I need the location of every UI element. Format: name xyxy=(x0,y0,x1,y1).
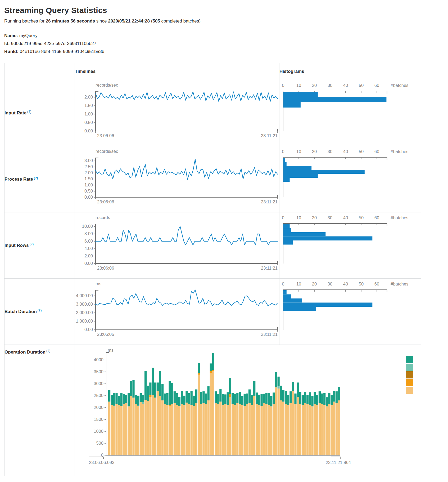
running-duration: 26 minutes 56 seconds xyxy=(46,19,95,24)
tick-label: 3,000.00 xyxy=(76,302,93,306)
stacked-bar-segment xyxy=(181,391,183,404)
stacked-bar-segment xyxy=(224,404,227,456)
operation-duration-label-cell: Operation Duration(?) xyxy=(4,345,75,476)
histogram-bar xyxy=(283,97,386,102)
stacked-bar-segment xyxy=(239,404,241,456)
stacked-bar-segment xyxy=(113,393,115,406)
stacked-bar-segment xyxy=(222,394,224,405)
stacked-bar-segment xyxy=(294,394,296,404)
legend-swatch-2[interactable] xyxy=(406,364,413,371)
input-rows-help-icon[interactable]: (?) xyxy=(30,242,34,246)
histogram-bar xyxy=(283,174,318,178)
tick-label: 0.50 xyxy=(84,120,93,125)
tick-label: 1,000.00 xyxy=(76,319,93,323)
stacked-bar-segment xyxy=(215,391,217,403)
stacked-bar-segment xyxy=(144,400,147,455)
unit-label: ms xyxy=(108,348,114,352)
stacked-bar-segment xyxy=(120,393,123,406)
input-rows-histogram-cell: 0102030405060#batches xyxy=(279,212,421,279)
batch-duration-help-icon[interactable]: (?) xyxy=(38,309,42,312)
metric-label: Input Rate xyxy=(4,111,26,116)
timelines-header: Timelines xyxy=(75,63,279,80)
tick-label: 10.00 xyxy=(82,224,93,229)
stacked-bar-segment xyxy=(154,398,156,455)
stacked-bar-segment xyxy=(275,372,277,387)
stacked-bar-segment xyxy=(234,394,236,405)
legend-swatch-1[interactable] xyxy=(406,356,413,363)
stacked-bar-segment xyxy=(169,381,171,405)
stacked-bar-segment xyxy=(299,392,301,404)
input-rate-help-icon[interactable]: (?) xyxy=(27,110,31,114)
stacked-bar-segment xyxy=(120,406,123,455)
stacked-bar-segment xyxy=(224,394,227,404)
histogram-bar xyxy=(283,240,293,245)
stacked-bar-segment xyxy=(287,395,289,405)
table-header-row: Timelines Histograms xyxy=(4,63,421,80)
stacked-bar-segment xyxy=(297,382,299,397)
tick-label: 1.50 xyxy=(84,103,93,108)
stacked-bar-segment xyxy=(333,391,335,402)
x-axis-end-label: 23:11:21 xyxy=(261,133,278,138)
query-id: 9d0dd219-995d-423e-b97d-36931110bb27 xyxy=(11,41,97,46)
input-rate-row: Input Rate(?) records/sec2.001.501.000.5… xyxy=(4,80,421,146)
stacked-bar-segment xyxy=(299,404,301,456)
process-rate-help-icon[interactable]: (?) xyxy=(34,176,38,180)
stacked-bar-segment xyxy=(157,382,159,391)
stacked-bar-segment xyxy=(292,391,294,455)
tick-label: 60 xyxy=(374,215,379,220)
input-rate-histogram-cell: 0102030405060#batches xyxy=(279,80,421,146)
stacked-bar-segment xyxy=(236,403,238,455)
stacked-bar-segment xyxy=(258,405,260,455)
stacked-bar-segment xyxy=(311,396,313,407)
stacked-bar-segment xyxy=(222,405,224,455)
stacked-bar-segment xyxy=(248,403,251,455)
stacked-bar-segment xyxy=(142,395,144,402)
legend-swatch-3[interactable] xyxy=(406,371,413,378)
stacked-bar-segment xyxy=(256,392,258,404)
batch-duration-timeline-cell: ms4,000.003,000.002,000.001,000.000.0023… xyxy=(75,279,279,345)
stacked-bar-segment xyxy=(275,387,277,455)
stacked-bar-segment xyxy=(306,395,309,404)
tick-label: 10 xyxy=(296,282,301,286)
stacked-bar-segment xyxy=(157,391,159,455)
stacked-bar-segment xyxy=(328,404,330,456)
input-rate-timeline-cell: records/sec2.001.501.000.500.0023:06:062… xyxy=(75,80,279,146)
statistics-table: Timelines Histograms Input Rate(?) recor… xyxy=(4,63,421,476)
stacked-bar-segment xyxy=(251,395,253,405)
stacked-bar-segment xyxy=(191,391,193,405)
tick-label: 1.50 xyxy=(84,176,93,181)
stacked-bar-segment xyxy=(268,393,270,405)
tick-label: 4000 xyxy=(94,357,103,362)
legend-swatch-5[interactable] xyxy=(406,387,413,394)
stacked-bar-segment xyxy=(207,386,210,400)
stacked-bar-segment xyxy=(253,396,255,455)
stacked-bar-segment xyxy=(219,389,221,402)
tick-label: 20 xyxy=(312,149,317,154)
stacked-bar-segment xyxy=(265,393,268,404)
batch-duration-label-cell: Batch Duration(?) xyxy=(4,279,75,345)
stacked-bar-segment xyxy=(169,407,171,456)
tick-label: 6.00 xyxy=(84,239,93,243)
stacked-bar-segment xyxy=(128,407,130,456)
tick-label: 50 xyxy=(359,282,364,286)
operation-duration-help-icon[interactable]: (?) xyxy=(46,349,50,353)
stacked-bar-segment xyxy=(289,391,292,403)
batches-axis-label: #batches xyxy=(391,149,408,154)
tick-label: 2.00 xyxy=(84,170,93,175)
tick-label: 10 xyxy=(296,83,301,88)
tick-label: 3000 xyxy=(94,381,103,386)
stacked-bar-segment xyxy=(202,391,205,403)
stacked-bar-segment xyxy=(338,400,340,455)
stacked-bar-segment xyxy=(200,404,202,456)
stacked-bar-segment xyxy=(314,404,316,456)
legend-swatch-4[interactable] xyxy=(406,379,413,386)
stacked-bar-segment xyxy=(323,393,325,405)
query-metadata: Name: myQuery Id: 9d0dd219-995d-423e-b97… xyxy=(4,32,448,56)
stacked-bar-segment xyxy=(229,397,231,455)
input-rate-timeline-chart: records/sec2.001.501.000.500.0023:06:062… xyxy=(75,80,279,146)
stacked-bar-segment xyxy=(161,400,164,455)
stacked-bar-segment xyxy=(217,394,219,404)
batches-axis-label: #batches xyxy=(391,282,408,286)
tick-label: 50 xyxy=(359,149,364,154)
process-rate-histogram-cell: 0102030405060#batches xyxy=(279,146,421,212)
